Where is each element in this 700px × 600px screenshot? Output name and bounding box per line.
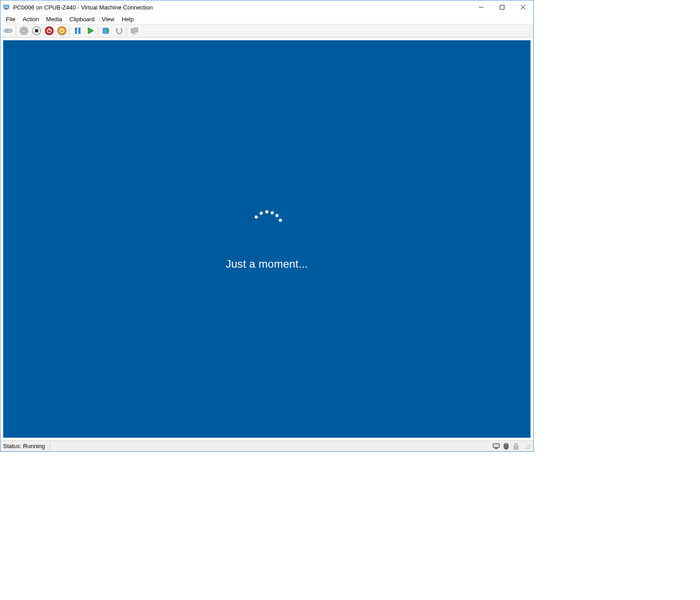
close-button[interactable] (512, 0, 533, 14)
status-text: Status: Running (3, 443, 45, 449)
reset-button[interactable] (56, 25, 68, 37)
svg-point-37 (527, 446, 528, 447)
menu-view[interactable]: View (98, 15, 118, 24)
maximize-button[interactable] (492, 0, 512, 14)
svg-rect-3 (5, 9, 8, 10)
resize-grip[interactable] (524, 443, 531, 449)
guest-screen[interactable]: Just a moment... (3, 40, 531, 438)
menu-media[interactable]: Media (42, 15, 66, 24)
guest-viewport-frame: Just a moment... (0, 38, 533, 440)
window-controls (471, 0, 533, 14)
revert-button[interactable] (113, 25, 125, 37)
toolbar-separator (98, 26, 99, 36)
svg-point-9 (7, 29, 12, 33)
svg-rect-21 (75, 28, 77, 34)
svg-marker-26 (116, 28, 118, 31)
title-bar: PC0006 on CPUB-Z440 - Virtual Machine Co… (0, 0, 533, 14)
pause-button[interactable] (72, 25, 84, 37)
status-separator (50, 442, 50, 450)
share-button[interactable] (129, 25, 141, 37)
svg-rect-35 (514, 446, 518, 449)
svg-point-36 (529, 444, 530, 445)
shutdown-button[interactable] (31, 25, 42, 37)
ctrl-alt-del-button[interactable] (2, 25, 14, 37)
svg-point-39 (526, 448, 526, 449)
toolbar-separator (70, 26, 70, 36)
svg-rect-28 (134, 28, 138, 32)
turn-off-button[interactable] (18, 25, 30, 37)
svg-rect-22 (79, 28, 81, 34)
toolbar (0, 24, 533, 38)
toolbar-separator (16, 26, 16, 36)
mouse-icon (503, 443, 510, 450)
monitor-icon (493, 443, 500, 450)
checkpoint-button[interactable] (100, 25, 112, 37)
svg-rect-30 (493, 444, 499, 447)
window-title: PC0006 on CPUB-Z440 - Virtual Machine Co… (13, 4, 471, 11)
menu-file[interactable]: File (2, 15, 19, 24)
menu-help[interactable]: Help (118, 15, 137, 24)
lock-icon (512, 443, 520, 450)
svg-point-40 (527, 448, 528, 449)
stop-button[interactable] (43, 25, 55, 37)
svg-rect-31 (495, 448, 497, 449)
loading-spinner-icon (249, 208, 285, 244)
svg-rect-14 (35, 29, 38, 33)
menu-action[interactable]: Action (19, 15, 42, 24)
vm-connection-window: PC0006 on CPUB-Z440 - Virtual Machine Co… (0, 0, 534, 452)
svg-point-38 (529, 446, 530, 447)
menu-clipboard[interactable]: Clipboard (66, 15, 99, 24)
toolbar-separator (127, 26, 127, 36)
svg-marker-23 (88, 28, 94, 34)
start-button[interactable] (85, 25, 96, 37)
status-icons (493, 443, 531, 450)
svg-rect-32 (494, 449, 498, 449)
svg-point-41 (529, 448, 530, 449)
minimize-button[interactable] (471, 0, 492, 14)
menu-bar: File Action Media Clipboard View Help (0, 14, 533, 24)
status-bar: Status: Running (0, 440, 533, 451)
svg-rect-5 (500, 5, 504, 9)
svg-rect-1 (4, 5, 9, 8)
svg-rect-2 (5, 9, 7, 9)
guest-status-text: Just a moment... (226, 258, 308, 270)
app-icon (3, 4, 10, 11)
